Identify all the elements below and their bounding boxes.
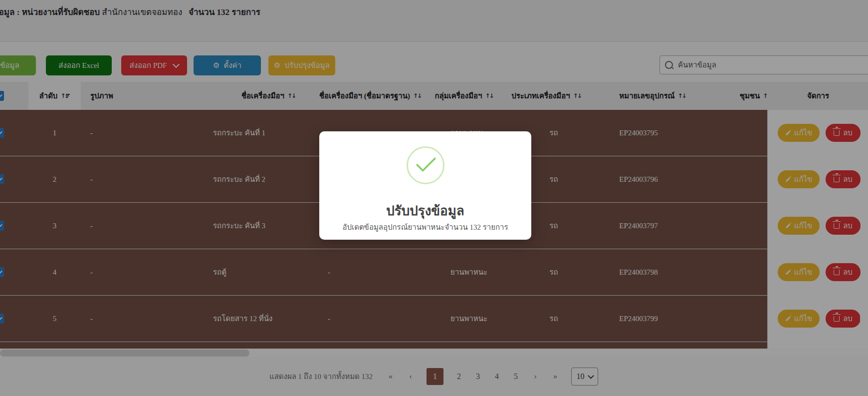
modal-message: อัปเดตข้อมูลอุปกรณ์ยานพาหนะจำนวน 132 ราย…: [319, 221, 531, 233]
modal-title: ปรับปรุงข้อมูล: [319, 200, 531, 221]
success-check-icon: [407, 146, 444, 184]
app-screen: ข้อมูล : หน่วยงานที่รับผิดชอบ สำนักงานเข…: [0, 0, 868, 396]
check-icon: [416, 151, 436, 172]
update-success-modal: ปรับปรุงข้อมูล อัปเดตข้อมูลอุปกรณ์ยานพาห…: [319, 131, 531, 240]
